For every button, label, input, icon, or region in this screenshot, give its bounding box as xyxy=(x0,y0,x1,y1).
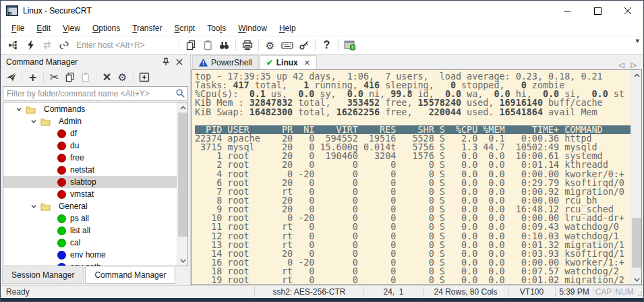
command-dot-icon xyxy=(57,239,66,247)
tree-item-du[interactable]: du xyxy=(3,140,177,152)
menu-script[interactable]: Script xyxy=(169,22,202,35)
scrollbar-thumb[interactable] xyxy=(178,113,187,237)
terminal-screen[interactable]: top - 17:39:35 up 42 days, 1:06, 7 users… xyxy=(192,70,631,284)
pin-icon[interactable] xyxy=(159,56,173,68)
disconnect-icon[interactable] xyxy=(55,38,72,53)
cut-icon[interactable]: ✂ xyxy=(47,70,62,84)
tree-item-vmstat[interactable]: vmstat xyxy=(3,188,177,200)
print-icon[interactable] xyxy=(239,38,256,53)
status-cell: 5:39 PM xyxy=(555,287,593,297)
tree-item-label: df xyxy=(66,129,77,138)
tree-item-netstat[interactable]: netstat xyxy=(3,164,177,176)
tab-session-manager[interactable]: Session Manager xyxy=(2,267,84,284)
scroll-up-icon[interactable] xyxy=(177,102,188,113)
tree-item-env-path[interactable]: env path xyxy=(3,261,177,266)
scroll-down-icon[interactable] xyxy=(631,274,642,284)
filter-input[interactable] xyxy=(3,89,173,98)
gear-icon[interactable]: ⚙ xyxy=(262,38,279,53)
scroll-up-icon[interactable] xyxy=(631,70,642,80)
tree-item-Admin[interactable]: Admin xyxy=(3,115,177,127)
tab-scroll-left-icon[interactable]: ◁ xyxy=(618,61,624,69)
send-icon[interactable] xyxy=(3,70,19,84)
secure-app-icon[interactable]: 8 xyxy=(341,38,358,53)
chevron-down-icon[interactable] xyxy=(26,118,40,125)
minimize-button[interactable] xyxy=(552,1,583,21)
tree-item-df[interactable]: df xyxy=(3,127,177,140)
window-title: Linux - SecureCRT xyxy=(23,6,92,16)
tab-close-icon[interactable]: ✕ xyxy=(304,59,310,67)
close-button[interactable] xyxy=(613,1,643,21)
tree-item-list-all[interactable]: list all xyxy=(3,224,177,237)
tree-item-General[interactable]: General xyxy=(3,200,177,212)
tree-item-label: env home xyxy=(66,250,106,260)
maximize-button[interactable] xyxy=(583,1,613,21)
tree-item-label: netstat xyxy=(66,165,94,175)
status-cell: 24, 1 xyxy=(363,287,423,297)
new-folder-icon[interactable] xyxy=(136,70,152,84)
command-dot-icon xyxy=(57,214,66,223)
status-bar: Ready ssh2: AES-256-CTR24, 124 Rows, 80 … xyxy=(1,285,643,301)
tab-label: PowerShell xyxy=(211,58,252,67)
menu-transfer[interactable]: Transfer xyxy=(126,22,168,35)
process-row: 14 root 20 0 0 0 0 S 0.0 0.0 0:03.93 kso… xyxy=(195,249,631,258)
copy-icon[interactable] xyxy=(62,70,78,84)
tree-item-label: General xyxy=(55,202,88,211)
search-icon[interactable] xyxy=(173,88,187,98)
tree-scrollbar[interactable] xyxy=(177,102,187,266)
scroll-down-icon[interactable] xyxy=(177,255,188,266)
keymap-keyboard-icon[interactable] xyxy=(279,38,295,53)
tree-item-label: free xyxy=(66,153,84,162)
tree-item-ps-all[interactable]: ps all xyxy=(3,212,177,224)
tree-item-Commands[interactable]: Commands xyxy=(3,103,177,115)
terminal-line: KiB Swap: 16482300 total, 16262256 free,… xyxy=(195,108,631,117)
menu-window[interactable]: Window xyxy=(232,22,273,35)
command-manager-panel: Command Manager + ✂ xyxy=(1,55,191,285)
process-row: 13 root rt 0 0 0 0 S 0.0 0.0 0:01.32 mig… xyxy=(195,241,631,249)
command-dot-icon xyxy=(57,178,66,187)
paste-icon[interactable] xyxy=(199,38,216,53)
add-command-icon[interactable]: + xyxy=(25,70,40,84)
resize-grip[interactable] xyxy=(635,287,643,297)
reconnect-icon[interactable] xyxy=(38,38,55,53)
command-dot-icon xyxy=(57,154,66,162)
tab-command-manager[interactable]: Command Manager xyxy=(85,267,175,284)
status-cell: 24 Rows, 80 Cols xyxy=(423,287,508,297)
find-icon[interactable] xyxy=(216,38,233,53)
quick-connect-icon[interactable] xyxy=(22,38,38,53)
toolbar-separator xyxy=(338,39,339,51)
menu-view[interactable]: View xyxy=(57,22,86,35)
key-icon[interactable] xyxy=(295,38,312,53)
host-input[interactable] xyxy=(75,40,176,51)
menu-options[interactable]: Options xyxy=(86,22,126,35)
terminal-scrollbar[interactable] xyxy=(631,70,641,284)
tab-powershell[interactable]: PowerShell xyxy=(192,55,259,69)
command-dot-icon xyxy=(57,263,66,267)
tab-linux[interactable]: ✔ Linux ✕ xyxy=(260,55,317,69)
tree-item-free[interactable]: free xyxy=(3,152,177,164)
tree-item-cal[interactable]: cal xyxy=(3,237,177,249)
help-icon[interactable]: ? xyxy=(318,38,335,53)
status-cell: ssh2: AES-256-CTR xyxy=(254,287,363,297)
menu-tools[interactable]: Tools xyxy=(201,22,232,35)
copy-icon[interactable] xyxy=(182,38,199,53)
menu-help[interactable]: Help xyxy=(273,22,302,35)
toolbar-overflow-icon[interactable]: ▾ xyxy=(635,36,639,45)
chevron-down-icon[interactable] xyxy=(26,203,40,210)
delete-icon[interactable]: ✕ xyxy=(99,70,115,84)
tree-item-env-home[interactable]: env home xyxy=(3,249,177,261)
command-tree[interactable]: CommandsAdmindfdufreenetstatslabtopvmsta… xyxy=(3,102,188,266)
session-manager-icon[interactable] xyxy=(5,38,22,53)
menu-file[interactable]: File xyxy=(5,22,30,35)
process-row: 12 root rt 0 0 0 0 S 0.0 0.0 0:10.03 wat… xyxy=(195,232,631,241)
paste-icon[interactable] xyxy=(78,70,93,84)
chevron-down-icon[interactable] xyxy=(11,106,26,113)
tab-scroll-right-icon[interactable]: ▷ xyxy=(631,61,637,69)
panel-close-icon[interactable] xyxy=(173,56,186,68)
tree-item-label: list all xyxy=(66,226,90,235)
tree-item-label: env path xyxy=(66,262,101,266)
tree-item-slabtop[interactable]: slabtop xyxy=(3,176,177,188)
properties-gear-icon[interactable]: ⚙ xyxy=(115,70,130,84)
scrollbar-thumb[interactable] xyxy=(632,218,641,267)
menu-edit[interactable]: Edit xyxy=(30,22,57,35)
filter-box xyxy=(3,86,188,100)
